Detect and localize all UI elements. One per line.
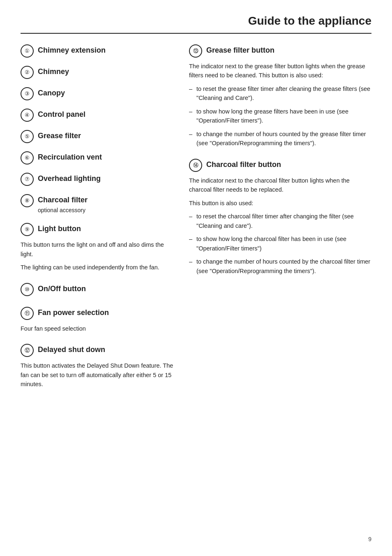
page-title: Guide to the appliance [21,12,371,30]
section-intro: The indicator next to the charcoal filte… [189,176,371,195]
section-list: to reset the grease filter timer after c… [189,84,371,148]
section-header: ⑬ Grease filter button [189,44,371,58]
item-label-8: Charcoal filter [38,193,88,205]
left-section-2: ⑩ On/Off button [21,282,177,296]
page-header: Guide to the appliance [21,12,371,34]
right-section-1: ⑬ Grease filter button The indicator nex… [189,44,371,148]
section-number: ⑭ [189,159,202,172]
section-header: ⑨ Light button [21,222,177,236]
right-section-2: ⑭ Charcoal filter button The indicator n… [189,158,371,276]
item-number-4: ④ [21,109,34,122]
item-label-6: Recirculation vent [38,151,102,162]
section-label: Grease filter button [206,44,274,56]
section-label: Charcoal filter button [206,158,281,170]
section-intro: This button is also used: [189,199,371,208]
item-number-5: ⑤ [21,130,34,143]
list-item: ② Chimney [21,65,177,79]
list-item: ③ Canopy [21,86,177,100]
item-number-6: ⑥ [21,151,34,164]
left-column: ① Chimney extension ② Chimney ③ Canopy ④… [21,44,177,398]
section-body: Four fan speed selection [21,324,177,333]
list-item: to reset the charcoal filter timer after… [189,212,371,230]
section-label: Fan power selection [38,306,109,318]
section-header: ⑭ Charcoal filter button [189,158,371,172]
item-number-8: ⑧ [21,194,34,207]
section-body: This button activates the Delayed Shut D… [21,361,177,389]
section-body: The lighting can be used independently f… [21,263,177,272]
list-item: ⑦ Overhead lighting [21,172,177,186]
section-label: Delayed shut down [38,343,105,355]
right-column: ⑬ Grease filter button The indicator nex… [189,44,371,398]
right-sections-container: ⑬ Grease filter button The indicator nex… [189,44,371,276]
left-section-3: ⑪ Fan power selection Four fan speed sel… [21,306,177,333]
left-section-4: ⑫ Delayed shut down This button activate… [21,343,177,389]
section-label: On/Off button [38,282,86,294]
list-item: ⑤ Grease filter [21,129,177,143]
section-body: This button turns the light on and off a… [21,240,177,259]
item-label-2: Chimney [38,65,69,77]
list-item: to show how long the charcoal filter has… [189,234,371,253]
section-number: ⑬ [189,44,202,58]
item-number-1: ① [21,44,34,58]
section-header: ⑪ Fan power selection [21,306,177,320]
item-label-5: Grease filter [38,129,81,141]
item-number-3: ③ [21,87,34,100]
section-label: Light button [38,222,81,234]
two-column-layout: ① Chimney extension ② Chimney ③ Canopy ④… [21,44,371,398]
section-intro: The indicator next to the grease filter … [189,62,371,80]
list-item: ⑧ Charcoal filter optional accessory [21,193,177,215]
list-item: to change the number of hours counted by… [189,130,371,148]
section-number: ⑨ [21,223,34,236]
section-list: to reset the charcoal filter timer after… [189,212,371,276]
item-number-7: ⑦ [21,173,34,186]
item-label-3: Canopy [38,86,65,98]
left-section-1: ⑨ Light button This button turns the lig… [21,222,177,272]
left-sections-container: ⑨ Light button This button turns the lig… [21,222,177,389]
item-label-1: Chimney extension [38,44,106,56]
page-number: 9 [368,535,371,544]
list-item: to show how long the grease filters have… [189,107,371,125]
items-list: ① Chimney extension ② Chimney ③ Canopy ④… [21,44,177,215]
section-number: ⑪ [21,307,34,320]
section-number: ⑩ [21,283,34,296]
page: Guide to the appliance ① Chimney extensi… [0,0,392,556]
section-header: ⑫ Delayed shut down [21,343,177,357]
list-item: ④ Control panel [21,108,177,122]
section-number: ⑫ [21,344,34,357]
item-sub-8: optional accessory [38,206,88,215]
item-label-7: Overhead lighting [38,172,101,184]
list-item: to reset the grease filter timer after c… [189,84,371,103]
section-header: ⑩ On/Off button [21,282,177,296]
list-item: ① Chimney extension [21,44,177,58]
list-item: ⑥ Recirculation vent [21,151,177,164]
item-number-2: ② [21,66,34,79]
item-label-4: Control panel [38,108,85,120]
list-item: to change the number of hours counted by… [189,257,371,276]
